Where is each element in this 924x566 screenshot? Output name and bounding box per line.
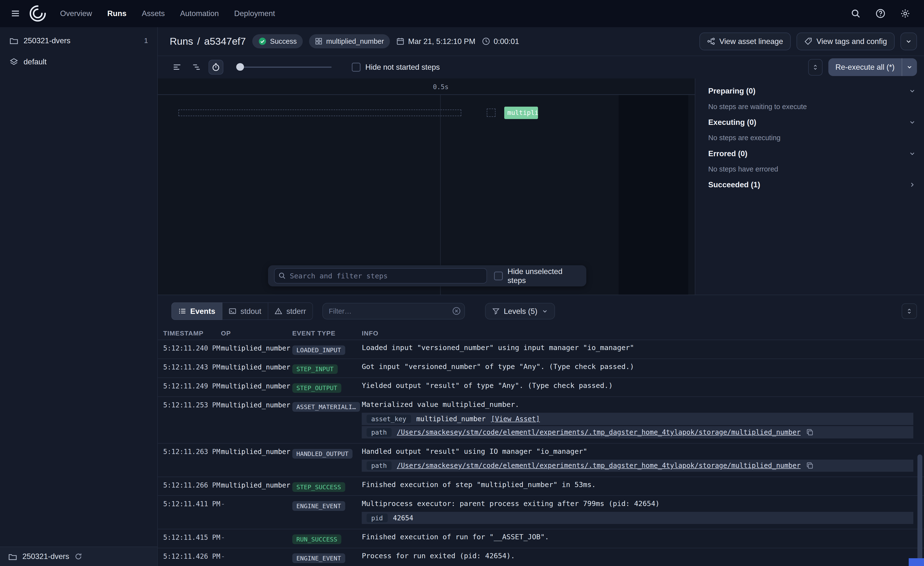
asset-tag[interactable]: multiplied_number	[309, 34, 390, 48]
event-timestamp: 5:12:11.249 PM	[163, 381, 221, 393]
nav-item-deployment[interactable]: Deployment	[234, 9, 275, 18]
nav-item-overview[interactable]: Overview	[60, 9, 92, 18]
sidebar-item-default[interactable]: default	[0, 54, 158, 69]
gantt-waterfall-view-toggle[interactable]	[189, 60, 204, 75]
event-row: 5:12:11.253 PM multiplied_number ASSET_M…	[158, 397, 924, 444]
gantt-timed-view-toggle[interactable]	[208, 60, 224, 75]
expand-log-panel-button[interactable]	[902, 303, 917, 319]
expand-collapse-panel-button[interactable]	[808, 59, 822, 75]
event-timestamp: 5:12:11.240 PM	[163, 343, 221, 355]
event-op: multiplied_number	[221, 343, 292, 355]
event-meta-row: path /Users/smackesey/stm/code/elementl/…	[362, 426, 914, 438]
sidebar-item-workspace[interactable]: 250321-dvers 1	[0, 33, 158, 48]
event-timestamp: 5:12:11.415 PM	[163, 533, 221, 544]
nav-item-runs[interactable]: Runs	[107, 9, 126, 18]
breadcrumb-separator: /	[197, 36, 200, 47]
event-op: multiplied_number	[221, 480, 292, 492]
event-timestamp: 5:12:11.263 PM	[163, 447, 221, 473]
workspace-name: 250321-dvers	[24, 36, 70, 45]
gear-icon[interactable]	[899, 8, 911, 20]
gantt-step-bar-pending[interactable]	[178, 110, 461, 116]
meta-link[interactable]: /Users/smackesey/stm/code/elementl/exper…	[397, 428, 800, 436]
zoom-slider-track[interactable]	[236, 66, 332, 68]
chevron-down-icon	[906, 64, 913, 71]
time-gridline	[440, 94, 441, 295]
nav-item-automation[interactable]: Automation	[180, 9, 219, 18]
terminal-icon	[229, 307, 237, 315]
events-toolbar: Events stdout stderr	[158, 295, 924, 327]
hide-not-started-checkbox[interactable]	[352, 63, 360, 71]
meta-link[interactable]: [View Asset]	[491, 415, 540, 423]
meta-key: asset_key	[367, 415, 411, 423]
reload-icon[interactable]	[75, 552, 82, 560]
meta-rows: pid 42654	[362, 512, 914, 524]
hide-not-started-label: Hide not started steps	[365, 63, 440, 72]
event-op: -	[221, 533, 292, 544]
hide-unselected-label: Hide unselected steps	[508, 267, 580, 285]
copy-icon[interactable]	[806, 462, 814, 470]
sidebar-footer[interactable]: 250321-dvers	[0, 546, 158, 566]
gantt-search-bar: Hide unselected steps	[268, 265, 586, 286]
breadcrumb-runs-link[interactable]: Runs	[170, 36, 193, 47]
section-executing-empty: No steps are executing	[695, 130, 924, 146]
workspace-count: 1	[144, 37, 148, 45]
gantt-flat-view-toggle[interactable]	[170, 60, 184, 75]
footer-workspace-name: 250321-dvers	[22, 552, 69, 561]
log-filter-input[interactable]	[322, 303, 465, 319]
dagster-logo[interactable]	[28, 4, 47, 23]
tab-events[interactable]: Events	[171, 303, 222, 320]
event-info: Process for run exited (pid: 42654).	[362, 552, 914, 560]
event-info: Finished execution of run for "__ASSET_J…	[362, 533, 914, 541]
event-timestamp: 5:12:11.243 PM	[163, 363, 221, 374]
clock-icon	[482, 37, 490, 45]
gantt-step-bar-marker[interactable]	[487, 108, 495, 117]
view-tags-config-button[interactable]: View tags and config	[796, 33, 895, 50]
section-succeeded[interactable]: Succeeded (1)	[695, 177, 924, 193]
vertical-scrollbar-thumb[interactable]	[918, 455, 922, 564]
hide-unselected-checkbox[interactable]	[494, 272, 503, 280]
search-icon[interactable]	[850, 8, 862, 20]
event-meta-row: asset_key multiplied_number [View Asset]	[362, 413, 914, 425]
tab-stdout[interactable]: stdout	[222, 303, 268, 320]
event-row: 5:12:11.266 PM multiplied_number STEP_SU…	[158, 477, 924, 496]
zoom-slider-knob[interactable]	[236, 63, 244, 71]
gantt-step-bar-succeeded[interactable]: multipli…	[504, 107, 538, 119]
event-info: Got input "versioned_number" of type "An…	[362, 363, 914, 371]
event-info: Yielded output "result" of type "Any". (…	[362, 381, 914, 390]
gantt-chart: 0.5s multipli… Hide unsele	[158, 78, 694, 295]
run-header-actions: View asset lineage View tags and config	[699, 33, 917, 50]
events-panel: Events stdout stderr	[158, 295, 924, 566]
nav-item-assets[interactable]: Assets	[142, 9, 165, 18]
event-info: Loaded input "versioned_number" using in…	[362, 343, 914, 352]
meta-value: multiplied_number	[416, 415, 486, 423]
section-preparing-empty: No steps are waiting to execute	[695, 99, 924, 114]
zoom-slider	[236, 61, 332, 73]
event-type-badge: STEP_SUCCESS	[292, 482, 345, 492]
view-asset-lineage-button[interactable]: View asset lineage	[699, 33, 791, 50]
copy-icon[interactable]	[806, 429, 814, 436]
middle-region: 0.5s multipli… Hide unsele	[158, 78, 924, 295]
section-preparing[interactable]: Preparing (0)	[695, 83, 924, 99]
meta-value: 42654	[393, 514, 413, 522]
run-actions-menu-button[interactable]	[900, 33, 917, 50]
list-icon	[178, 307, 186, 315]
scroll-indicator[interactable]	[909, 558, 924, 566]
help-icon[interactable]	[874, 8, 886, 20]
chevron-down-icon	[542, 308, 548, 315]
section-errored[interactable]: Errored (0)	[695, 146, 924, 161]
reexecute-options-caret[interactable]	[902, 58, 917, 76]
meta-link[interactable]: /Users/smackesey/stm/code/elementl/exper…	[397, 462, 800, 470]
step-search-input[interactable]	[274, 268, 487, 283]
reexecute-all-button[interactable]: Re-execute all (*)	[828, 58, 902, 76]
chevron-down-icon	[905, 38, 912, 45]
filter-clear-icon[interactable]	[452, 307, 461, 315]
event-meta-row: path /Users/smackesey/stm/code/elementl/…	[362, 460, 914, 472]
section-executing[interactable]: Executing (0)	[695, 114, 924, 131]
event-row: 5:12:11.243 PM multiplied_number STEP_IN…	[158, 359, 924, 378]
levels-filter-button[interactable]: Levels (5)	[485, 303, 555, 319]
menu-icon[interactable]	[8, 6, 22, 21]
tab-stderr[interactable]: stderr	[268, 303, 313, 320]
main-content: Runs / a5347ef7 Success multiplied_numbe…	[158, 27, 924, 566]
event-op: -	[221, 500, 292, 525]
chevron-down-icon	[909, 119, 916, 126]
